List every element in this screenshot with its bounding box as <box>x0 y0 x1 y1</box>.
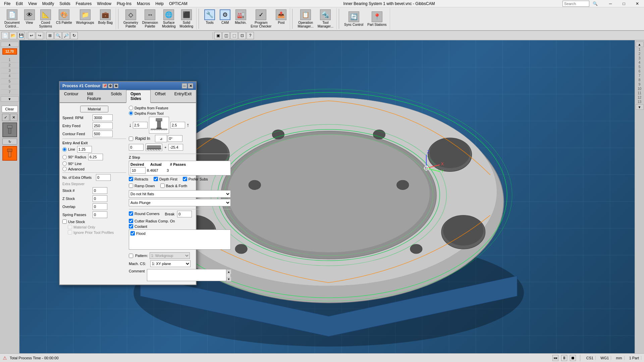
flood-check[interactable] <box>130 231 135 236</box>
tb2-new[interactable]: 📄 <box>1 32 9 39</box>
sidebar-tool1-empty[interactable] <box>2 122 17 137</box>
right-sidebar-down[interactable]: ▼ <box>636 104 644 110</box>
use-stock-check[interactable] <box>62 219 67 224</box>
entry-feed-input[interactable] <box>93 122 113 129</box>
ribbon-view[interactable]: 👁 View <box>22 8 37 29</box>
sidebar-refresh[interactable]: ↻ <box>2 139 17 145</box>
line-value-input[interactable] <box>77 146 92 153</box>
tb2-view1[interactable]: ▣ <box>214 32 222 39</box>
no-extra-offsets-input[interactable] <box>96 174 111 181</box>
radio-advanced[interactable] <box>62 167 67 171</box>
ignore-profiles-check[interactable] <box>68 230 72 235</box>
ribbon-post[interactable]: 📤 Post <box>274 8 288 29</box>
tab-solids[interactable]: Solids <box>106 90 126 103</box>
tab-open-sides[interactable]: Open Sides <box>126 90 151 103</box>
menu-plugins[interactable]: Plug-Ins <box>114 1 134 6</box>
tab-entry-exit[interactable]: Entry/Exit <box>170 90 196 103</box>
dialog-close[interactable]: ✕ <box>188 83 193 89</box>
tb2-redo[interactable]: ↪ <box>36 32 43 39</box>
radio-depths-feature[interactable] <box>129 106 133 110</box>
offset-input[interactable] <box>129 144 144 151</box>
contour-feed-input[interactable] <box>93 131 113 137</box>
radio-90-line[interactable] <box>62 161 67 166</box>
back-forth-check[interactable] <box>160 184 165 188</box>
pause-btn[interactable]: ⏸ <box>561 355 567 361</box>
rapid-in-check[interactable] <box>129 137 133 141</box>
mach-cs-dropdown[interactable]: 1: XY plane <box>150 260 191 267</box>
tb2-help[interactable]: ? <box>247 32 254 39</box>
break-input[interactable] <box>177 211 192 217</box>
ribbon-machin[interactable]: 🏭 Machin. <box>233 8 248 29</box>
material-button[interactable]: Material <box>80 106 108 112</box>
right-sidebar-up[interactable]: ▲ <box>636 42 644 47</box>
ribbon-solid-modeling[interactable]: ⬛ SolidModeling <box>178 8 195 29</box>
tb2-view3[interactable]: ⬚ <box>230 32 238 39</box>
close-button[interactable]: ✕ <box>631 0 644 7</box>
ribbon-cam[interactable]: ⚙ CAM <box>218 8 232 29</box>
ribbon-workgroups[interactable]: 📁 Workgroups <box>74 8 96 29</box>
comment-scroll-up[interactable]: ▲ <box>226 269 231 274</box>
speed-input[interactable] <box>93 114 113 121</box>
menu-solids[interactable]: Solids <box>57 1 73 6</box>
stock-input[interactable] <box>93 187 107 194</box>
tb2-view4[interactable]: ⊡ <box>238 32 246 39</box>
dialog-pin[interactable]: 📌 <box>102 84 107 88</box>
menu-help[interactable]: Help <box>153 1 166 6</box>
tab-offset[interactable]: Offset <box>151 90 170 103</box>
depth-bottom-input[interactable] <box>170 122 185 128</box>
angle-input[interactable] <box>168 135 182 142</box>
menu-edit[interactable]: Edit <box>13 1 25 6</box>
auto-plunge-dropdown[interactable]: Auto Plunge Manual Plunge <box>129 199 231 206</box>
sidebar-up-arrow[interactable]: ▲ <box>1 42 19 47</box>
ribbon-error-checker[interactable]: ✓ ProgramError Checker <box>249 8 273 29</box>
dialog-copy[interactable]: ⧉ <box>114 84 118 88</box>
tb2-rotate[interactable]: ↻ <box>70 32 78 39</box>
material-only-check[interactable] <box>68 225 72 229</box>
pattern-check[interactable] <box>129 254 133 258</box>
clear-button[interactable]: Clear <box>2 106 18 112</box>
tb2-view2[interactable]: ◫ <box>222 32 230 39</box>
radius-value-input[interactable] <box>88 154 103 160</box>
dialog-minimize[interactable]: ─ <box>182 83 187 89</box>
ribbon-operation-manager[interactable]: 📋 OperationManager... <box>296 8 315 29</box>
ribbon-coord-systems[interactable]: 📐 CoordSystems <box>38 8 54 29</box>
ramp-down-check[interactable] <box>129 184 133 188</box>
menu-modify[interactable]: Modify <box>40 1 57 6</box>
menu-window[interactable]: Window <box>94 1 114 6</box>
depth-first-check[interactable] <box>154 177 158 181</box>
search-input[interactable] <box>562 1 589 7</box>
ribbon-geometry-palette[interactable]: ◇ GeometryPalette <box>122 8 140 29</box>
tb2-zoom-in[interactable]: 🔍 <box>54 32 62 39</box>
comment-scroll-down[interactable]: ▼ <box>226 277 231 281</box>
sidebar-down-arrow[interactable]: ▼ <box>1 96 19 102</box>
tab-mill-feature[interactable]: Mill Feature <box>83 90 107 103</box>
cutter-radius-check[interactable] <box>129 219 133 223</box>
menu-file[interactable]: File <box>1 1 13 6</box>
tb2-undo[interactable]: ↩ <box>28 32 35 39</box>
menu-macros[interactable]: Macros <box>134 1 153 6</box>
menu-view[interactable]: View <box>25 1 40 6</box>
tb2-save[interactable]: 💾 <box>17 32 25 39</box>
ribbon-body-bag[interactable]: 💼 Body Bag <box>96 8 114 29</box>
do-not-hit-flats-dropdown[interactable]: Do not hit flats Hit flats <box>129 190 231 198</box>
desired-input[interactable] <box>130 167 146 174</box>
tb2-zoom-fit[interactable]: ⊞ <box>46 32 54 39</box>
ribbon-surface-modeling[interactable]: 🌐 SurfaceModeling <box>160 8 177 29</box>
depth-top-input[interactable] <box>133 122 148 128</box>
sidebar-close[interactable]: ✕ <box>10 114 17 121</box>
menu-features[interactable]: Features <box>73 1 94 6</box>
pattern-dropdown[interactable]: 1: Workgroup <box>150 252 190 259</box>
ribbon-cs-palette[interactable]: 🎨 CS Palette <box>54 8 74 29</box>
spring-passes-input[interactable] <box>93 211 107 218</box>
z-depth-input[interactable] <box>168 144 183 151</box>
stop-btn[interactable]: ⏹ <box>570 355 576 361</box>
retracts-check[interactable] <box>129 177 133 181</box>
radio-line[interactable] <box>62 147 67 152</box>
tb2-zoom-out[interactable]: 🔎 <box>62 32 70 39</box>
maximize-button[interactable]: □ <box>617 0 631 7</box>
ribbon-document-control[interactable]: 📄 DocumentControl... <box>3 8 21 29</box>
ribbon-dimension-palette[interactable]: ↔ DimensionPalette <box>141 8 160 29</box>
ribbon-tool-manager[interactable]: 🔩 ToolManager... <box>316 8 335 29</box>
play-btn[interactable]: ⏮ <box>552 355 558 361</box>
radio-90-radius[interactable] <box>62 155 67 159</box>
